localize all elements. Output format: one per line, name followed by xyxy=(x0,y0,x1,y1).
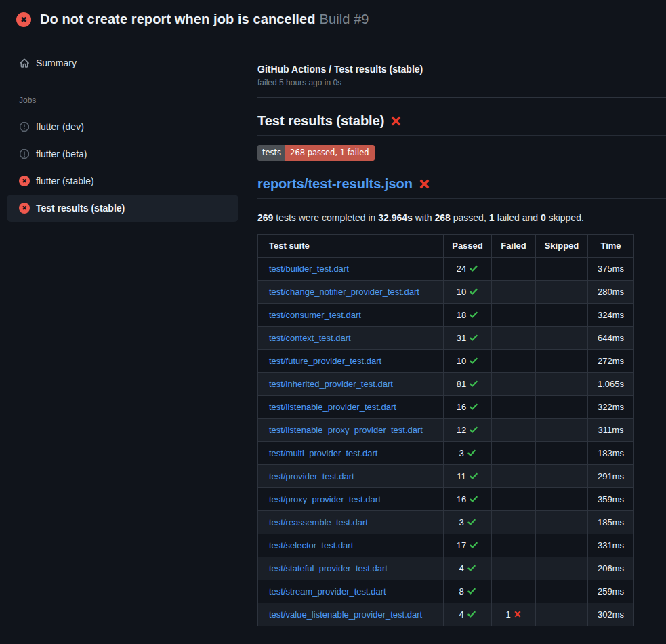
check-icon xyxy=(467,609,476,619)
suite-link[interactable]: test/proxy_provider_test.dart xyxy=(269,494,381,504)
table-row: test/builder_test.dart 24 375ms xyxy=(258,257,634,280)
skipped-cell xyxy=(536,580,588,603)
build-title: Do not create report when job is cancell… xyxy=(40,12,316,26)
suite-link[interactable]: test/future_provider_test.dart xyxy=(269,356,381,366)
suite-link[interactable]: test/multi_provider_test.dart xyxy=(269,448,377,458)
suite-cell: test/stream_provider_test.dart xyxy=(258,580,444,603)
build-failed-icon: ✖ xyxy=(16,12,31,27)
skipped-cell xyxy=(536,603,588,626)
suite-link[interactable]: test/change_notifier_provider_test.dart xyxy=(269,287,419,297)
suite-link[interactable]: test/consumer_test.dart xyxy=(269,310,361,320)
section-title: Test results (stable) xyxy=(257,113,384,129)
sidebar-job-item[interactable]: ✖ Test results (stable) xyxy=(7,195,238,222)
skipped-cell xyxy=(536,395,588,418)
col-header-skipped: Skipped xyxy=(536,234,588,257)
suite-cell: test/value_listenable_provider_test.dart xyxy=(258,603,444,626)
failed-cell: 1 xyxy=(492,603,536,626)
failed-cell xyxy=(492,349,536,372)
time-cell: 644ms xyxy=(588,326,634,349)
suite-link[interactable]: test/inherited_provider_test.dart xyxy=(269,379,393,389)
suite-link[interactable]: test/listenable_proxy_provider_test.dart xyxy=(269,425,423,435)
table-row: test/listenable_proxy_provider_test.dart… xyxy=(258,418,634,441)
suite-link[interactable]: test/stream_provider_test.dart xyxy=(269,586,386,597)
suite-cell: test/builder_test.dart xyxy=(258,257,444,280)
check-icon xyxy=(469,425,478,435)
check-icon xyxy=(469,264,478,273)
suite-link[interactable]: test/reassemble_test.dart xyxy=(269,517,368,527)
skipped-cell xyxy=(536,487,588,510)
skipped-cell xyxy=(536,349,588,372)
suite-cell: test/selector_test.dart xyxy=(258,534,444,557)
passed-cell: 4 xyxy=(444,557,492,580)
passed-cell: 10 xyxy=(444,349,492,372)
table-row: test/stateful_provider_test.dart 4 206ms xyxy=(258,557,634,580)
suite-cell: test/proxy_provider_test.dart xyxy=(258,487,444,510)
table-header-row: Test suite Passed Failed Skipped Time xyxy=(258,234,634,257)
suite-cell: test/stateful_provider_test.dart xyxy=(258,557,444,580)
skipped-cell xyxy=(536,280,588,303)
skipped-cell xyxy=(536,534,588,557)
passed-cell: 11 xyxy=(444,464,492,487)
check-icon xyxy=(469,287,478,296)
suite-link[interactable]: test/builder_test.dart xyxy=(269,264,349,274)
check-icon xyxy=(467,563,476,573)
suite-cell: test/reassemble_test.dart xyxy=(258,510,444,534)
skipped-cell xyxy=(536,326,588,349)
table-row: test/context_test.dart 31 644ms xyxy=(258,326,634,349)
failed-cell xyxy=(492,326,536,349)
suite-link[interactable]: test/value_listenable_provider_test.dart xyxy=(269,609,422,620)
sidebar-job-label: flutter (beta) xyxy=(36,148,87,159)
col-header-time: Time xyxy=(588,234,634,257)
passed-cell: 17 xyxy=(444,534,492,557)
check-icon xyxy=(469,356,478,365)
failed-cell xyxy=(492,510,536,534)
suite-cell: test/inherited_provider_test.dart xyxy=(258,372,444,395)
time-cell: 331ms xyxy=(588,534,634,557)
skipped-cell xyxy=(536,257,588,280)
check-icon xyxy=(469,379,478,388)
table-row: test/selector_test.dart 17 331ms xyxy=(258,534,634,557)
time-cell: 302ms xyxy=(588,603,634,626)
sidebar-job-item[interactable]: ✖ flutter (stable) xyxy=(7,167,238,195)
skipped-cell xyxy=(536,441,588,464)
passed-cell: 16 xyxy=(444,395,492,418)
time-cell: 183ms xyxy=(588,441,634,464)
failed-cell xyxy=(492,487,536,510)
time-cell: 259ms xyxy=(588,580,634,603)
time-cell: 359ms xyxy=(588,487,634,510)
check-icon xyxy=(469,540,478,550)
check-icon xyxy=(469,494,478,504)
time-cell: 311ms xyxy=(588,418,634,441)
failed-icon: ✖ xyxy=(19,176,30,186)
time-cell: 324ms xyxy=(588,303,634,326)
suite-link[interactable]: test/listenable_provider_test.dart xyxy=(269,402,396,412)
suite-link[interactable]: test/selector_test.dart xyxy=(269,540,353,550)
suite-link[interactable]: test/context_test.dart xyxy=(269,333,351,343)
passed-cell: 16 xyxy=(444,487,492,510)
sidebar-job-label: flutter (stable) xyxy=(36,176,94,186)
time-cell: 185ms xyxy=(588,510,634,534)
failed-cell xyxy=(492,534,536,557)
passed-cell: 24 xyxy=(444,257,492,280)
passed-cell: 8 xyxy=(444,580,492,603)
sidebar-job-label: Test results (stable) xyxy=(36,203,125,214)
jobs-list: flutter (dev) flutter (beta) ✖ flutter (… xyxy=(7,113,257,222)
sidebar-job-item[interactable]: flutter (dev) xyxy=(7,113,238,140)
time-cell: 1.065s xyxy=(588,372,634,395)
suite-cell: test/listenable_provider_test.dart xyxy=(258,395,444,418)
failed-cell xyxy=(492,372,536,395)
suite-link[interactable]: test/stateful_provider_test.dart xyxy=(269,563,388,573)
sidebar-item-summary[interactable]: Summary xyxy=(7,49,238,77)
table-row: test/change_notifier_provider_test.dart … xyxy=(258,280,634,303)
suite-cell: test/listenable_proxy_provider_test.dart xyxy=(258,418,444,441)
failed-cell xyxy=(492,257,536,280)
report-heading: reports/test-results.json xyxy=(257,176,666,199)
sidebar-job-item[interactable]: flutter (beta) xyxy=(7,140,238,167)
table-row: test/reassemble_test.dart 3 185ms xyxy=(258,510,634,534)
passed-cell: 3 xyxy=(444,441,492,464)
report-link[interactable]: reports/test-results.json xyxy=(257,176,413,192)
suite-link[interactable]: test/provider_test.dart xyxy=(269,471,354,481)
sidebar-job-label: flutter (dev) xyxy=(36,121,84,132)
col-header-failed: Failed xyxy=(492,234,536,257)
failed-cross-icon xyxy=(390,115,402,127)
